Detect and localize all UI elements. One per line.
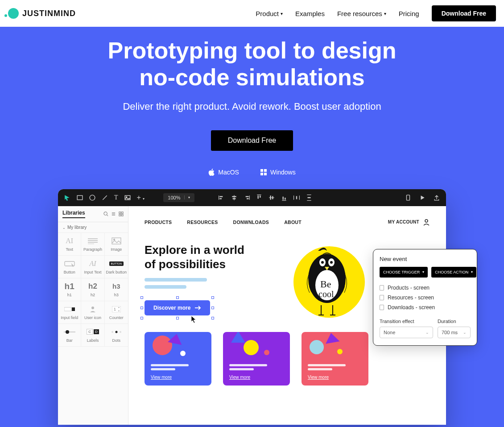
lib-dark-button[interactable]: BUTTONDark button (105, 256, 128, 278)
duration-select[interactable]: 700 ms ⌄ (438, 327, 471, 338)
hero-section: Prototyping tool to design no-code simul… (0, 27, 504, 427)
selected-element[interactable]: Discover more (145, 300, 210, 315)
svg-rect-40 (121, 212, 123, 214)
device-icon[interactable] (405, 195, 411, 201)
card-purple[interactable]: View more (223, 332, 290, 386)
align-hcenter-icon[interactable] (231, 195, 237, 201)
event-panel-title: New event (380, 256, 471, 262)
slider-bar-icon (64, 328, 75, 336)
svg-line-35 (107, 215, 108, 216)
screen-item-downloads[interactable]: Downloads - screen (380, 303, 471, 312)
lib-counter[interactable]: 1Counter (105, 301, 128, 324)
nav-product[interactable]: Product ▾ (256, 10, 283, 17)
share-icon[interactable] (434, 195, 440, 201)
align-top-icon[interactable] (256, 195, 262, 201)
svg-point-59 (120, 331, 121, 333)
selection-handles (142, 298, 213, 318)
svg-rect-53 (112, 306, 121, 312)
line-icon[interactable] (102, 195, 108, 201)
align-bottom-icon[interactable] (281, 195, 287, 201)
download-button[interactable]: Download Free (432, 5, 496, 21)
rectangle-icon[interactable] (77, 195, 83, 201)
lib-user-icon[interactable]: User icon (81, 301, 104, 324)
canvas-nav-resources[interactable]: RESOURCES (187, 220, 218, 225)
view-more-link[interactable]: View more (151, 375, 172, 380)
lib-h2[interactable]: h2h2 (81, 278, 104, 301)
align-vcenter-icon[interactable] (269, 195, 275, 201)
lib-input-text[interactable]: AIInput Text (81, 256, 104, 278)
placeholder-line (145, 285, 186, 289)
nav-free-resources[interactable]: Free resources ▾ (337, 10, 386, 17)
lib-image[interactable]: Image (105, 233, 128, 256)
lib-h1[interactable]: h1h1 (58, 278, 81, 301)
svg-rect-1 (264, 169, 267, 172)
screen-item-resources[interactable]: Resources - screen (380, 293, 471, 303)
sidebar-section[interactable]: ⌄My library (58, 222, 128, 233)
svg-rect-13 (232, 196, 236, 197)
canvas-nav-about[interactable]: ABOUT (284, 220, 302, 225)
platform-windows[interactable]: Windows (260, 169, 296, 176)
lib-labels[interactable]: CDLabels (81, 324, 104, 347)
lib-button[interactable]: Button (58, 256, 81, 278)
view-more-link[interactable]: View more (229, 375, 250, 380)
sidebar-title: Libraries (62, 210, 85, 218)
document-icon (380, 295, 384, 300)
image-tool-icon[interactable] (124, 195, 131, 201)
nav-examples[interactable]: Examples (295, 10, 325, 17)
canvas-nav-downloads[interactable]: DONWNLOADS (233, 220, 269, 225)
hero-download-button[interactable]: Download Free (211, 130, 293, 151)
platform-macos[interactable]: MacOS (208, 169, 239, 176)
svg-rect-3 (264, 173, 267, 175)
lib-h3[interactable]: h3h3 (105, 278, 128, 301)
screen-item-products[interactable]: Products - screen (380, 283, 471, 293)
brand-logo[interactable]: JUSTINMIND (8, 8, 76, 19)
svg-rect-16 (245, 196, 248, 197)
choose-action-button[interactable]: CHOOSE ACTION ▾ (431, 267, 476, 278)
circle-icon[interactable] (89, 195, 95, 201)
lib-dots[interactable]: Dots (105, 324, 128, 347)
chevron-down-icon: ▾ (384, 11, 386, 16)
choose-trigger-button[interactable]: CHOOSE TRIGGER ▾ (380, 267, 428, 278)
distribute-h-icon[interactable] (293, 195, 300, 201)
card-blue[interactable]: View more (145, 332, 211, 386)
placeholder-lines (145, 278, 278, 289)
nav-product-label: Product (256, 10, 279, 17)
svg-point-65 (321, 261, 324, 264)
lib-paragraph[interactable]: Paragraph (81, 233, 104, 256)
svg-rect-24 (282, 200, 286, 200)
svg-rect-28 (299, 195, 299, 199)
nav-free-resources-label: Free resources (337, 10, 382, 17)
pointer-icon[interactable] (64, 195, 70, 201)
search-icon[interactable] (103, 211, 108, 216)
list-view-icon[interactable] (111, 211, 116, 216)
nav-pricing[interactable]: Pricing (399, 10, 419, 17)
svg-rect-17 (247, 198, 249, 199)
grid-view-icon[interactable] (119, 211, 124, 216)
placeholder-line (151, 364, 189, 366)
canvas-nav-account[interactable]: MY ACCOUNT (388, 219, 430, 226)
align-left-icon[interactable] (219, 195, 225, 201)
svg-point-48 (113, 239, 115, 240)
text-tool-icon[interactable]: T (114, 194, 118, 201)
view-more-link[interactable]: View more (308, 375, 329, 380)
distribute-v-icon[interactable] (306, 195, 312, 201)
windows-icon (260, 169, 267, 175)
svg-point-67 (330, 261, 333, 264)
placeholder-line (145, 278, 207, 282)
user-icon (423, 219, 430, 226)
transition-select[interactable]: None ⌄ (380, 327, 433, 338)
lib-bar[interactable]: Bar (58, 324, 81, 347)
add-icon[interactable]: + ▾ (137, 194, 145, 202)
lib-text[interactable]: AIText (58, 233, 81, 256)
card-coral[interactable]: View more (302, 332, 368, 386)
placeholder-line (308, 368, 332, 370)
play-icon[interactable] (419, 195, 426, 201)
svg-point-58 (115, 331, 117, 333)
align-right-icon[interactable] (244, 195, 250, 201)
lib-input-field[interactable]: Input field (58, 301, 81, 324)
svg-rect-2 (260, 173, 263, 175)
zoom-control[interactable]: 100% ▾ (163, 193, 194, 202)
canvas-nav-products[interactable]: PRODUCTS (145, 220, 172, 225)
svg-point-52 (91, 307, 94, 309)
chevron-down-icon: ⌄ (426, 330, 429, 335)
